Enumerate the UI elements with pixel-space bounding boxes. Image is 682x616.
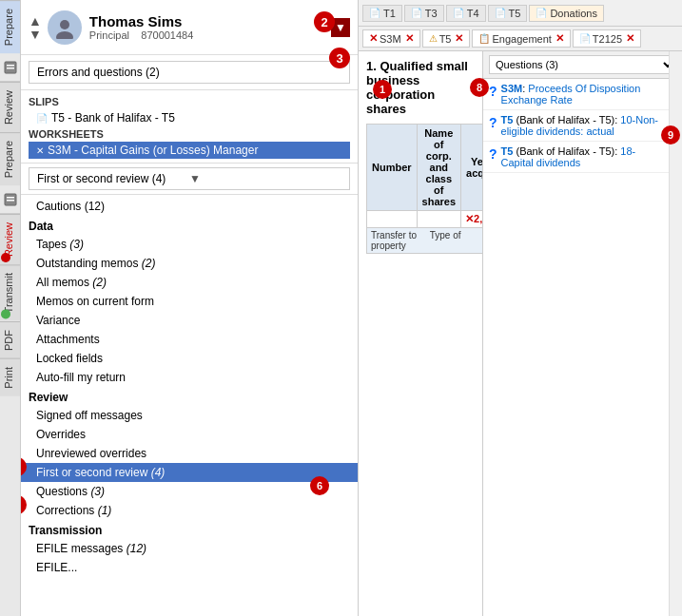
svg-rect-2 xyxy=(7,67,14,69)
menu-signed-off[interactable]: Signed off messages xyxy=(21,406,358,425)
svg-rect-4 xyxy=(7,197,14,199)
worksheets-label: WORKSHEETS xyxy=(29,126,350,142)
svg-point-6 xyxy=(60,20,69,29)
cell-name[interactable] xyxy=(417,211,460,228)
menu-outstanding-memos[interactable]: Outstanding memos (2) xyxy=(21,254,358,273)
form-table: Number Name of corp. and class of shares… xyxy=(366,124,482,254)
sidebar-icon-1[interactable] xyxy=(0,53,20,82)
v-tab-transmit[interactable]: Transmit xyxy=(0,264,20,320)
v-tab-prepare-1[interactable]: Prepare xyxy=(0,0,20,53)
doc-tab-t2125[interactable]: 📄 T2125 ✕ xyxy=(573,29,641,48)
section-transmission: Transmission xyxy=(21,520,358,539)
menu-memos-current[interactable]: Memos on current form xyxy=(21,292,358,311)
t5-close[interactable]: ✕ xyxy=(455,32,463,45)
v-tab-prepare-2[interactable]: Prepare xyxy=(0,132,20,185)
section-review: Review xyxy=(21,387,358,406)
col-number: Number xyxy=(367,125,418,211)
nav-arrows[interactable]: ▲ ▼ xyxy=(29,14,42,41)
svg-point-7 xyxy=(56,31,73,39)
client-name: Thomas Sims xyxy=(89,13,331,29)
question-item-t5-1[interactable]: ? T5 (Bank of Halifax - T5): 10-Non-elig… xyxy=(483,110,682,142)
vertical-sidebar: Prepare Review Prepare Review Transmit P… xyxy=(0,0,21,616)
donations-icon: 📄 xyxy=(536,8,547,18)
svg-rect-1 xyxy=(7,65,14,67)
form-area: 1 1. Qualified small business corporatio… xyxy=(359,51,682,616)
question-icon-s3m: ? xyxy=(489,84,497,99)
question-item-t5-2[interactable]: ? T5 (Bank of Halifax - T5): 18-Capital … xyxy=(483,142,682,173)
menu-overrides[interactable]: Overrides xyxy=(21,425,358,444)
sidebar-icon-2[interactable] xyxy=(0,185,20,214)
callout-8: 8 xyxy=(470,78,489,97)
filter-dropdown-section: First or second review (4) ▼ xyxy=(21,164,358,195)
menu-first-second-review[interactable]: First or second review (4) 5 xyxy=(21,463,358,482)
client-header: ▲ ▼ Thomas Sims Principal 870001484 ▼ xyxy=(21,0,358,55)
slip-item-t5[interactable]: 📄 T5 - Bank of Halifax - T5 xyxy=(29,109,350,126)
col-year: Yea acqui xyxy=(461,125,482,211)
menu-questions[interactable]: Questions (3) 6 xyxy=(21,482,358,501)
doc-tab-engagement[interactable]: 📋 Engagement ✕ xyxy=(472,29,570,48)
nav-down[interactable]: ▼ xyxy=(29,28,42,41)
menu-cautions[interactable]: Cautions (12) xyxy=(21,197,358,216)
tab-t1[interactable]: 📄 T1 xyxy=(362,5,402,22)
menu-corrections[interactable]: Corrections (1) 7 xyxy=(21,501,358,520)
menu-tapes[interactable]: Tapes (3) xyxy=(21,235,358,254)
right-panel: 📄 T1 📄 T3 📄 T4 📄 T5 📄 Donations xyxy=(359,0,682,616)
v-tab-pdf[interactable]: PDF xyxy=(0,321,20,358)
errors-section: Errors and questions (2) 3 xyxy=(21,55,358,90)
questions-dropdown[interactable]: Questions (3) xyxy=(489,55,676,74)
v-tab-review-2[interactable]: Review xyxy=(0,214,20,264)
engagement-close[interactable]: ✕ xyxy=(555,32,564,45)
cell-number[interactable] xyxy=(367,211,418,228)
tab-t5[interactable]: 📄 T5 xyxy=(488,5,528,22)
callout-2-wrapper: 2 xyxy=(314,11,335,32)
slips-label: SLIPS xyxy=(29,94,350,109)
menu-efile-messages[interactable]: EFILE messages (12) xyxy=(21,539,358,558)
s3m-close[interactable]: ✕ xyxy=(405,32,414,45)
menu-unreviewed-overrides[interactable]: Unreviewed overrides xyxy=(21,444,358,463)
menu-auto-fill[interactable]: Auto-fill my return xyxy=(21,368,358,387)
question-icon-t5-1: ? xyxy=(489,115,497,130)
slip-icon: 📄 xyxy=(36,113,48,124)
tab-donations[interactable]: 📄 Donations xyxy=(529,5,604,22)
doc-tab-t5[interactable]: ⚠ T5 ✕ xyxy=(422,29,471,48)
nav-up[interactable]: ▲ xyxy=(29,14,42,28)
menu-attachments[interactable]: Attachments xyxy=(21,330,358,349)
question-icon-t5-2: ? xyxy=(489,146,497,162)
errors-button[interactable]: Errors and questions (2) xyxy=(29,61,350,84)
engagement-icon: 📋 xyxy=(478,33,490,44)
t5-icon: 📄 xyxy=(495,8,506,18)
callout-9: 9 xyxy=(661,125,680,144)
question-text-t5-1: T5 (Bank of Halifax - T5): 10-Non-eligib… xyxy=(501,114,665,137)
t5-warn-icon: ⚠ xyxy=(429,33,438,44)
menu-variance[interactable]: Variance xyxy=(21,311,358,330)
col-name: Name of corp. and class of shares xyxy=(417,125,460,211)
tab-t3[interactable]: 📄 T3 xyxy=(404,5,444,22)
v-tab-review-1[interactable]: Review xyxy=(0,82,20,132)
tab-t4[interactable]: 📄 T4 xyxy=(446,5,486,22)
avatar xyxy=(48,10,82,45)
callout-2: 2 xyxy=(314,11,335,32)
question-item-s3m[interactable]: ? S3M: Proceeds Of Disposition Exchange … xyxy=(483,79,682,110)
questions-panel: 8 9 Questions (3) ? S3M: Proceeds Of Dis… xyxy=(482,51,682,616)
menu-all-memos[interactable]: All memos (2) xyxy=(21,273,358,292)
v-tab-print[interactable]: Print xyxy=(0,358,20,396)
form-content: 1 1. Qualified small business corporatio… xyxy=(359,51,482,616)
worksheet-icon: ✕ xyxy=(36,145,44,156)
callout-1: 1 xyxy=(373,80,392,99)
menu-efile-b[interactable]: EFILE... xyxy=(21,558,358,577)
doc-tabs-bar: ✕ S3M ✕ ⚠ T5 ✕ 📋 Engagement ✕ 📄 T2125 ✕ xyxy=(359,27,682,51)
tree-section: SLIPS 📄 T5 - Bank of Halifax - T5 WORKSH… xyxy=(21,90,358,164)
client-info: Thomas Sims Principal 870001484 xyxy=(89,13,331,41)
cell-year[interactable]: ✕2,0 xyxy=(461,211,482,228)
menu-locked-fields[interactable]: Locked fields xyxy=(21,349,358,368)
t2125-close[interactable]: ✕ xyxy=(626,32,634,45)
transfer-text: Transfer to Type of property xyxy=(367,228,483,254)
table-row-1: ✕2,0 xyxy=(367,211,483,228)
doc-tab-s3m[interactable]: ✕ S3M ✕ xyxy=(362,29,420,48)
worksheet-item-s3m[interactable]: ✕ S3M - Capital Gains (or Losses) Manage… xyxy=(29,142,350,159)
question-text-t5-2: T5 (Bank of Halifax - T5): 18-Capital di… xyxy=(501,145,665,168)
filter-dropdown[interactable]: First or second review (4) ▼ xyxy=(29,167,350,190)
section-data: Data xyxy=(21,216,358,235)
t3-icon: 📄 xyxy=(411,8,422,18)
dropdown-arrow-icon: ▼ xyxy=(189,172,341,185)
